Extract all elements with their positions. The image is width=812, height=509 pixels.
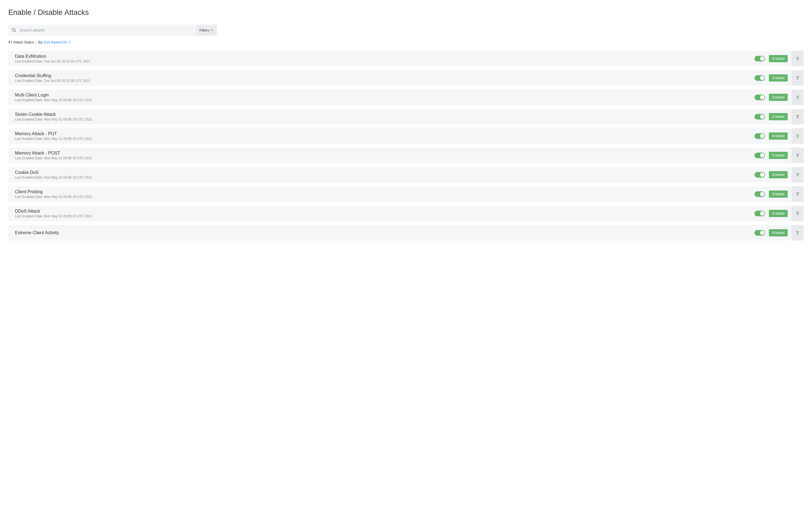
attack-name: Multi Client Login (15, 93, 754, 98)
attack-name: Extreme Client Activity (15, 230, 754, 235)
expand-button[interactable] (791, 70, 804, 86)
expand-down-icon (796, 95, 800, 100)
search-box[interactable] (8, 25, 196, 36)
toggle-knob (760, 172, 765, 177)
attack-row: Extreme Client ActivityEnabled (8, 225, 804, 241)
expand-button[interactable] (791, 167, 804, 182)
status-label: Attack Status (13, 40, 34, 44)
expand-button[interactable] (791, 225, 804, 241)
attack-date: Last Enabled Date: Mon May 31 09:55:19 U… (15, 176, 754, 179)
attack-date: Last Enabled Date: Mon May 31 09:55:19 U… (15, 117, 754, 122)
enable-toggle[interactable] (754, 114, 765, 120)
attack-info: Data ExfiltrationLast Enabled Date: Tue … (15, 54, 754, 63)
attack-date: Last Enabled Date: Mon May 31 09:55:19 U… (15, 195, 754, 199)
status-badge: Enabled (769, 74, 788, 81)
attack-controls: Enabled (754, 109, 804, 125)
expand-down-icon (796, 172, 800, 177)
attack-name: Stolen Cookie Attack (15, 112, 754, 117)
expand-down-icon (796, 114, 800, 119)
status-badge: Enabled (769, 113, 788, 120)
enable-toggle[interactable] (754, 75, 765, 81)
filters-button[interactable]: Filters (196, 25, 217, 36)
svg-line-1 (15, 31, 16, 32)
expand-down-icon (796, 192, 800, 196)
enable-toggle[interactable] (754, 152, 765, 158)
expand-down-icon (796, 57, 800, 61)
attack-name: Client Probing (15, 190, 754, 194)
status-badge: Enabled (769, 210, 788, 217)
attack-info: Client ProbingLast Enabled Date: Mon May… (15, 190, 754, 199)
chevron-down-icon (68, 41, 71, 43)
toggle-knob (760, 134, 765, 138)
attack-controls: Enabled (754, 186, 804, 202)
attack-name: Memory Attack - PUT (15, 131, 754, 136)
attack-info: Credential StuffingLast Enabled Date: Tu… (15, 73, 754, 83)
expand-button[interactable] (791, 186, 804, 202)
page-title: Enable / Disable Attacks (8, 8, 804, 17)
expand-down-icon (796, 134, 800, 138)
status-badge: Enabled (769, 152, 788, 159)
search-icon (11, 28, 16, 33)
svg-point-0 (12, 28, 15, 31)
attack-controls: Enabled (754, 167, 804, 182)
enable-toggle[interactable] (754, 133, 765, 139)
attack-date: Last Enabled Date: Tue Jun 08 16:32:36 U… (15, 79, 754, 83)
attack-controls: Enabled (754, 70, 804, 86)
attack-info: DDoS AttackLast Enabled Date: Mon May 31… (15, 209, 754, 218)
attack-name: Credential Stuffing (15, 73, 754, 78)
attack-info: Cookie DoSLast Enabled Date: Mon May 31 … (15, 170, 754, 179)
attack-controls: Enabled (754, 148, 804, 163)
chevron-down-icon (211, 29, 213, 32)
attack-info: Multi Client LoginLast Enabled Date: Mon… (15, 93, 754, 102)
attack-info: Memory Attack - PUTLast Enabled Date: Mo… (15, 131, 754, 141)
enable-toggle[interactable] (754, 230, 765, 236)
enable-toggle[interactable] (754, 172, 765, 177)
attack-row: Data ExfiltrationLast Enabled Date: Tue … (8, 51, 804, 66)
expand-down-icon (796, 231, 800, 235)
expand-button[interactable] (791, 90, 804, 105)
attack-controls: Enabled (754, 128, 804, 144)
status-badge: Enabled (769, 229, 788, 236)
enable-toggle[interactable] (754, 211, 765, 216)
attack-controls: Enabled (754, 51, 804, 66)
attack-date: Last Enabled Date: Mon May 31 09:55:19 U… (15, 98, 754, 102)
expand-button[interactable] (791, 51, 804, 66)
attack-row: Memory Attack - POSTLast Enabled Date: M… (8, 148, 804, 163)
expand-down-icon (796, 153, 800, 158)
attack-controls: Enabled (754, 225, 804, 241)
expand-button[interactable] (791, 148, 804, 163)
expand-button[interactable] (791, 128, 804, 144)
toggle-knob (760, 76, 765, 80)
status-badge: Enabled (769, 191, 788, 198)
expand-button[interactable] (791, 206, 804, 221)
enable-toggle[interactable] (754, 95, 765, 100)
attack-date: Last Enabled Date: Mon May 31 09:55:19 U… (15, 156, 754, 160)
attack-row: Credential StuffingLast Enabled Date: Tu… (8, 70, 804, 86)
attack-row: Cookie DoSLast Enabled Date: Mon May 31 … (8, 167, 804, 182)
status-bar: 47 Attack Status | By Sort Based On (8, 40, 804, 44)
enable-toggle[interactable] (754, 56, 765, 61)
attack-row: Client ProbingLast Enabled Date: Mon May… (8, 186, 804, 202)
attack-date: Last Enabled Date: Tue Jun 08 16:32:16 U… (15, 60, 754, 63)
toggle-knob (760, 231, 765, 235)
attack-name: Memory Attack - POST (15, 151, 754, 156)
attack-row: Memory Attack - PUTLast Enabled Date: Mo… (8, 128, 804, 144)
attack-list: Data ExfiltrationLast Enabled Date: Tue … (8, 51, 804, 241)
attack-row: Stolen Cookie AttackLast Enabled Date: M… (8, 109, 804, 125)
attack-name: Data Exfiltration (15, 54, 754, 59)
toggle-knob (760, 192, 765, 196)
toggle-knob (760, 114, 765, 119)
attack-info: Memory Attack - POSTLast Enabled Date: M… (15, 151, 754, 160)
search-input[interactable] (19, 28, 192, 32)
sort-link[interactable]: Sort Based On (43, 40, 70, 44)
toggle-knob (760, 153, 765, 158)
status-badge: Enabled (769, 132, 788, 140)
attack-info: Stolen Cookie AttackLast Enabled Date: M… (15, 112, 754, 122)
toggle-knob (760, 57, 765, 61)
filters-label: Filters (200, 28, 209, 32)
attack-info: Extreme Client Activity (15, 230, 754, 235)
status-count: 47 (8, 40, 12, 44)
expand-button[interactable] (791, 109, 804, 125)
status-badge: Enabled (769, 94, 788, 101)
enable-toggle[interactable] (754, 191, 765, 197)
